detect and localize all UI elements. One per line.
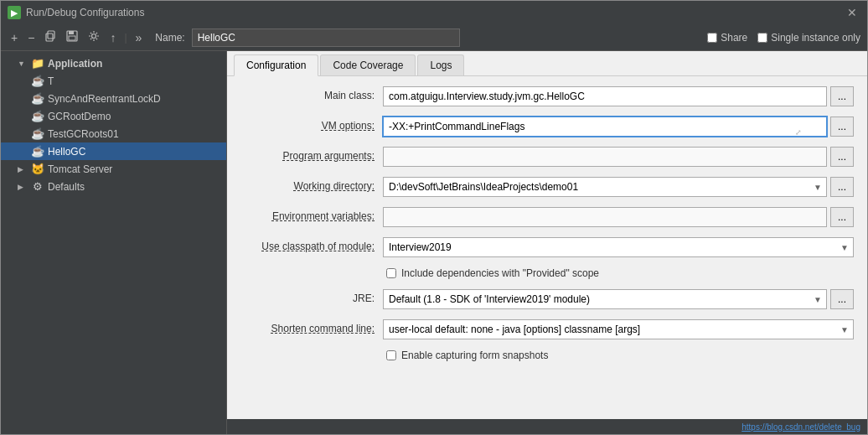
T-label: T [48, 75, 54, 87]
tab-bar: Configuration Code Coverage Logs [227, 51, 867, 76]
status-link[interactable]: https://blog.csdn.net/delete_bug [741, 422, 860, 432]
sidebar-item-gcroot[interactable]: ☕ GCRootDemo [1, 107, 226, 125]
tab-logs[interactable]: Logs [417, 54, 464, 75]
application-folder-icon: 📁 [31, 57, 44, 70]
include-deps-label[interactable]: Include dependencies with "Provided" sco… [401, 267, 599, 279]
tomcat-icon: 🐱 [31, 163, 44, 175]
classpath-select[interactable]: Interview2019 [383, 237, 854, 257]
svg-point-5 [92, 34, 96, 39]
program-args-input[interactable] [383, 147, 827, 167]
env-vars-label: Environment variables: [240, 207, 375, 222]
close-button[interactable]: ✕ [844, 6, 860, 19]
svg-rect-1 [48, 31, 54, 39]
classpath-label: Use classpath of module: [240, 237, 375, 252]
content-area: Configuration Code Coverage Logs Main cl… [227, 51, 867, 434]
main-class-row: Main class: ... [240, 86, 854, 106]
classpath-input-wrap: Interview2019 ▼ [383, 237, 854, 257]
working-dir-row: Working directory: ▼ ... [240, 177, 854, 197]
env-vars-browse-button[interactable]: ... [830, 207, 854, 227]
env-vars-input-wrap: ... [383, 207, 854, 227]
vm-options-browse-button[interactable]: ... [830, 117, 854, 137]
sidebar-item-testgcroots[interactable]: ☕ TestGCRoots01 [1, 125, 226, 142]
working-dir-input[interactable] [383, 177, 827, 197]
include-deps-checkbox[interactable] [386, 268, 396, 278]
sidebar: ▼ 📁 Application ☕ T ☕ SyncAndReentrantLo… [1, 51, 227, 434]
jre-input-wrap: Default (1.8 - SDK of 'Interview2019' mo… [383, 289, 854, 309]
svg-rect-0 [46, 34, 53, 41]
expand-arrow-application: ▼ [18, 60, 28, 68]
gcroot-label: GCRootDemo [48, 111, 111, 122]
svg-rect-3 [69, 31, 74, 34]
sidebar-item-hellogc[interactable]: ☕ HelloGC [1, 142, 226, 160]
single-instance-label[interactable]: Single instance only [757, 32, 860, 44]
shorten-label: Shorten command line: [240, 319, 375, 334]
configuration-form: Main class: ... VM options: ⤢ ... [227, 76, 867, 419]
vm-options-label: VM options: [240, 117, 375, 132]
remove-button[interactable]: − [24, 29, 38, 46]
save-button[interactable] [63, 28, 81, 46]
working-dir-browse-button[interactable]: ... [830, 177, 854, 197]
jre-browse-button[interactable]: ... [830, 289, 854, 309]
sidebar-item-application[interactable]: ▼ 📁 Application [1, 54, 226, 72]
capture-row: Enable capturing form snapshots [240, 350, 854, 361]
sidebar-item-defaults[interactable]: ▶ ⚙ Defaults [1, 178, 226, 195]
tab-configuration[interactable]: Configuration [234, 54, 318, 76]
testgcroots-label: TestGCRoots01 [48, 128, 119, 140]
tab-code-coverage[interactable]: Code Coverage [320, 54, 416, 75]
jre-select[interactable]: Default (1.8 - SDK of 'Interview2019' mo… [383, 289, 827, 309]
sync-icon: ☕ [31, 92, 44, 105]
up-button[interactable]: ↑ [106, 29, 119, 46]
title-bar: ▶ Run/Debug Configurations ✕ [1, 1, 867, 24]
toolbar-separator: | [124, 32, 127, 44]
sidebar-item-T[interactable]: ☕ T [1, 72, 226, 90]
sidebar-item-tomcat[interactable]: ▶ 🐱 Tomcat Server [1, 160, 226, 178]
more-button[interactable]: » [132, 29, 146, 46]
expand-arrow-tomcat: ▶ [18, 165, 28, 173]
shorten-row: Shorten command line: user-local default… [240, 319, 854, 339]
sidebar-item-sync[interactable]: ☕ SyncAndReentrantLockD [1, 90, 226, 107]
testgcroots-icon: ☕ [31, 127, 44, 140]
settings-button[interactable] [85, 28, 103, 46]
single-instance-checkbox[interactable] [757, 33, 767, 43]
add-button[interactable]: + [8, 29, 21, 46]
include-deps-row: Include dependencies with "Provided" sco… [240, 267, 854, 279]
program-args-input-wrap: ... [383, 147, 854, 167]
svg-rect-4 [69, 36, 75, 40]
dialog-title: Run/Debug Configurations [26, 7, 144, 18]
name-label: Name: [155, 32, 184, 44]
jre-row: JRE: Default (1.8 - SDK of 'Interview201… [240, 289, 854, 309]
tomcat-label: Tomcat Server [48, 163, 112, 175]
classpath-select-wrap: Interview2019 ▼ [383, 237, 854, 257]
name-input[interactable] [192, 28, 460, 47]
vm-options-input[interactable] [383, 117, 827, 137]
app-icon: ▶ [8, 6, 21, 19]
sync-label: SyncAndReentrantLockD [48, 93, 161, 105]
program-args-row: Program arguments: ... [240, 147, 854, 167]
vm-options-expand-icon[interactable]: ⤢ [792, 127, 802, 137]
hellogc-label: HelloGC [48, 146, 85, 158]
shorten-input-wrap: user-local default: none - java [options… [383, 319, 854, 339]
main-class-browse-button[interactable]: ... [830, 86, 854, 106]
name-field-area: Name: [155, 28, 704, 47]
program-args-browse-button[interactable]: ... [830, 147, 854, 167]
T-icon: ☕ [31, 75, 44, 87]
shorten-select-wrap: user-local default: none - java [options… [383, 319, 854, 339]
working-dir-input-wrap: ▼ ... [383, 177, 854, 197]
single-instance-text: Single instance only [771, 32, 860, 44]
main-class-input-wrap: ... [383, 86, 854, 106]
working-dir-label: Working directory: [240, 177, 375, 192]
vm-options-input-wrap: ⤢ ... [383, 117, 854, 137]
copy-button[interactable] [41, 28, 59, 46]
expand-arrow-defaults: ▶ [18, 183, 28, 191]
capture-label[interactable]: Enable capturing form snapshots [401, 350, 548, 361]
main-class-input[interactable] [383, 86, 827, 106]
gcroot-icon: ☕ [31, 110, 44, 122]
share-checkbox-label[interactable]: Share [707, 32, 747, 44]
env-vars-input[interactable] [383, 207, 827, 227]
program-args-label: Program arguments: [240, 147, 375, 162]
working-dir-select-wrap: ▼ [383, 177, 827, 197]
share-checkbox[interactable] [707, 33, 717, 43]
capture-checkbox[interactable] [386, 350, 396, 360]
shorten-select[interactable]: user-local default: none - java [options… [383, 319, 854, 339]
status-bar: https://blog.csdn.net/delete_bug [227, 419, 867, 434]
